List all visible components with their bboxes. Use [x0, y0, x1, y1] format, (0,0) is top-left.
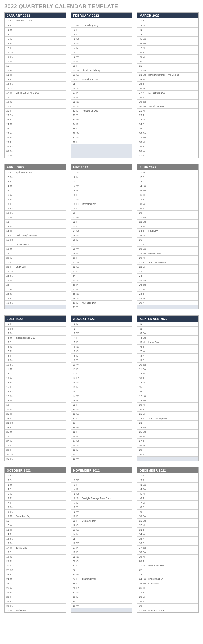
day-of-week: Su — [10, 457, 15, 461]
day-of-week: R — [76, 430, 81, 434]
day-number: 20 — [5, 104, 10, 109]
day-row: 10Su — [5, 210, 66, 215]
day-number: 2 — [71, 23, 76, 28]
day-number: 20 — [137, 407, 143, 412]
day-of-week: W — [76, 457, 81, 461]
event-label — [15, 224, 16, 229]
day-row: 5Sa — [71, 491, 132, 496]
day-number: 7 — [5, 46, 10, 50]
day-row: 2Sa — [5, 175, 66, 179]
day-row: 27R — [5, 590, 66, 595]
month-header: JULY 2022 — [5, 316, 66, 322]
day-number: 27 — [137, 287, 143, 292]
event-label — [81, 100, 82, 104]
event-label — [15, 358, 16, 362]
event-label — [148, 28, 148, 32]
day-row: 31R — [137, 153, 198, 158]
day-of-week: M — [76, 206, 81, 211]
event-label — [81, 487, 82, 491]
event-label — [81, 572, 82, 577]
event-label — [15, 184, 16, 188]
day-number: 12 — [137, 68, 143, 73]
day-number: 28 — [5, 443, 10, 448]
day-number: 27 — [71, 590, 76, 595]
day-row: 9W — [71, 509, 132, 514]
day-of-week: M — [76, 322, 81, 326]
event-label — [81, 292, 82, 296]
event-label — [148, 599, 148, 604]
day-number: 19 — [137, 251, 143, 256]
day-number: 7 — [137, 197, 143, 202]
day-row: 16T — [71, 389, 132, 394]
event-label — [15, 73, 16, 77]
day-row: 3F — [137, 179, 198, 184]
month-header: JUNE 2022 — [137, 164, 198, 170]
day-of-week: M — [143, 492, 148, 496]
day-of-week: T — [10, 251, 15, 256]
day-of-week: M — [10, 59, 15, 64]
day-row: 1SaNew Year's Day — [5, 18, 66, 23]
day-of-week: Sa — [143, 577, 148, 581]
day-of-week: F — [76, 64, 81, 68]
day-row: 18T — [5, 95, 66, 100]
day-row: 28Sa — [71, 291, 132, 296]
day-row: 28T — [137, 291, 198, 296]
day-number: 11 — [5, 215, 10, 220]
day-number: 10 — [137, 211, 143, 215]
event-label — [81, 448, 82, 452]
day-number: 23 — [71, 117, 76, 122]
event-label — [81, 64, 82, 68]
day-number: 19 — [71, 100, 76, 104]
day-number: 6 — [137, 193, 143, 197]
day-row: 30Su — [5, 603, 66, 608]
day-number: 22 — [137, 113, 143, 117]
day-number: 22 — [5, 416, 10, 421]
event-label — [81, 581, 82, 586]
event-label — [148, 95, 148, 100]
event-label — [148, 452, 148, 457]
day-number: 23 — [5, 421, 10, 425]
day-of-week: W — [76, 184, 81, 188]
event-label — [15, 340, 16, 344]
day-row: 5F — [71, 340, 132, 344]
event-label — [81, 238, 82, 242]
day-number: 27 — [137, 439, 143, 443]
event-label — [81, 430, 82, 434]
day-of-week: R — [143, 505, 148, 509]
day-number: 12 — [5, 220, 10, 224]
day-of-week: R — [76, 188, 81, 193]
day-row: 27M — [137, 287, 198, 292]
day-row: 2WGroundhog Day — [71, 23, 132, 28]
day-number: 31 — [5, 153, 10, 158]
day-of-week: Sa — [143, 131, 148, 135]
event-label — [15, 407, 16, 412]
day-of-week: T — [10, 434, 15, 439]
day-row: 5T — [5, 340, 66, 344]
day-of-week: Su — [10, 274, 15, 278]
event-label — [148, 269, 148, 274]
day-number: 24 — [71, 122, 76, 126]
day-row: 28F — [5, 595, 66, 599]
day-number: 10 — [137, 363, 143, 367]
day-row: 25M — [5, 278, 66, 283]
day-row: 13Sa — [71, 376, 132, 380]
event-label — [81, 193, 82, 197]
day-row: 28W — [137, 443, 198, 448]
day-row: 26Sa — [71, 131, 132, 135]
day-row: 22Sa — [5, 113, 66, 117]
day-number: 30 — [5, 301, 10, 305]
day-number: 6 — [137, 496, 143, 500]
day-number: 13 — [71, 73, 76, 77]
day-row: 27W — [5, 287, 66, 292]
day-number: 2 — [71, 478, 76, 482]
event-label — [81, 220, 82, 224]
day-row: 5T — [5, 188, 66, 193]
day-of-week: F — [10, 109, 15, 113]
event-label — [81, 32, 82, 37]
event-label — [81, 358, 82, 362]
event-label — [15, 505, 16, 509]
day-row: 24M — [5, 122, 66, 126]
day-of-week: W — [76, 478, 81, 482]
event-label — [15, 555, 16, 559]
day-of-week: Su — [143, 519, 148, 523]
